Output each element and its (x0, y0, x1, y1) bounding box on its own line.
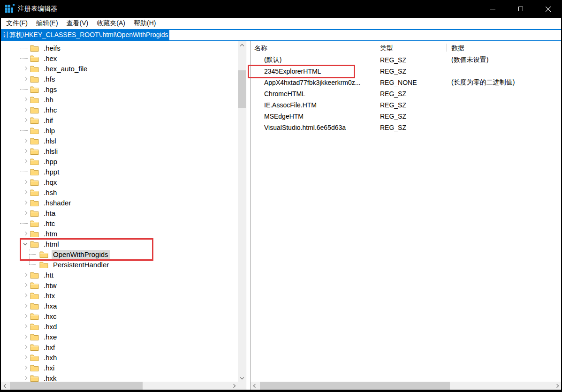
tree-item[interactable]: .htc (1, 218, 238, 228)
value-name-cell[interactable]: ab 011 110 ChromeHTML (251, 90, 376, 98)
tree-item-label[interactable]: .hxa (42, 302, 58, 310)
tree-item[interactable]: .hxe (1, 332, 238, 342)
tree-item[interactable]: OpenWithProgids (1, 249, 238, 259)
tree-item[interactable]: .hppt (1, 166, 238, 177)
value-name-cell[interactable]: ab 011 110 MSEdgeHTM (251, 113, 376, 120)
tree-expander[interactable] (22, 54, 29, 62)
value-name-cell[interactable]: ab 011 110 2345ExplorerHTML (251, 68, 376, 75)
scroll-up-button[interactable] (238, 41, 246, 49)
tree-item[interactable]: .hex (1, 53, 238, 63)
tree-item[interactable]: .htm (1, 228, 238, 239)
tree-item-label[interactable]: .hxh (42, 353, 58, 362)
value-name[interactable]: MSEdgeHTM (264, 113, 304, 120)
column-header-data[interactable]: 数据 (447, 41, 561, 54)
tree-item[interactable]: .hh (1, 94, 238, 105)
tree-item[interactable]: .hxk (1, 373, 238, 382)
tree-item-label[interactable]: .hlsl (42, 136, 58, 145)
tree-expander[interactable] (22, 209, 29, 217)
menu-edit[interactable]: 编辑(E) (32, 19, 62, 28)
tree-item-label[interactable]: .hqx (42, 178, 58, 187)
tree-item[interactable]: .htw (1, 280, 238, 290)
menu-file[interactable]: 文件(F) (2, 19, 32, 28)
tree-item[interactable]: PersistentHandler (1, 259, 238, 270)
tree-expander[interactable] (22, 147, 29, 155)
tree-item-label[interactable]: .hshader (42, 198, 72, 207)
scroll-left-button[interactable] (251, 382, 258, 390)
tree-item[interactable]: .hxc (1, 311, 238, 321)
column-separator[interactable] (446, 44, 447, 52)
tree-item[interactable]: .hfs (1, 74, 238, 84)
registry-app-icon[interactable] (5, 5, 14, 13)
tree-expander[interactable] (22, 312, 29, 320)
tree-expander[interactable] (22, 96, 29, 103)
tree-expander[interactable] (22, 323, 29, 330)
column-header-name[interactable]: 名称 (251, 41, 376, 54)
tree-expander[interactable] (22, 85, 29, 93)
tree-item[interactable]: .hpp (1, 156, 238, 166)
tree-item[interactable]: .hqx (1, 177, 238, 187)
tree-item[interactable]: .hif (1, 115, 238, 125)
tree-expander[interactable] (22, 230, 29, 237)
tree-expander[interactable] (22, 333, 29, 340)
tree-expander[interactable] (22, 240, 29, 248)
tree-expander[interactable] (22, 281, 29, 289)
tree-item-label[interactable]: .hxi (42, 363, 56, 372)
scroll-down-button[interactable] (238, 374, 246, 382)
tree-item[interactable]: .hxa (1, 301, 238, 311)
value-name[interactable]: AppX4hxtad77fbk3jkkeerkrm0z... (264, 79, 360, 86)
value-name[interactable]: 2345ExplorerHTML (264, 68, 321, 75)
horizontal-scroll-thumb[interactable] (260, 382, 450, 390)
tree-expander[interactable] (22, 354, 29, 361)
value-name-cell[interactable]: ab 011 110 AppX4hxtad77fbk3jkkeerkrm0z..… (251, 79, 376, 86)
registry-value-row[interactable]: ab 011 110 2345ExplorerHTML REG_SZ (251, 66, 561, 77)
value-name[interactable]: (默认) (264, 56, 281, 64)
tree-item-label[interactable]: .hex (42, 54, 58, 63)
horizontal-scroll-thumb[interactable] (10, 382, 143, 390)
tree-item-label[interactable]: .hgs (42, 85, 58, 94)
registry-value-row[interactable]: ab 011 110 AppX4hxtad77fbk3jkkeerkrm0z..… (251, 77, 561, 88)
tree-expander[interactable] (22, 271, 29, 279)
tree-expander[interactable] (22, 343, 29, 351)
tree-item[interactable]: .hlp (1, 125, 238, 136)
tree-expander[interactable] (29, 261, 38, 268)
tree-expander[interactable] (22, 44, 29, 52)
value-name-cell[interactable]: ab 011 110 VisualStudio.html.6e65d63a (251, 124, 376, 131)
scroll-right-button[interactable] (553, 382, 561, 390)
tree-item-label[interactable]: .heifs (42, 44, 62, 53)
tree-item-label[interactable]: .hxc (42, 312, 58, 321)
tree-item-label[interactable]: .hfs (42, 75, 56, 83)
tree-item-label[interactable]: .hsh (42, 188, 58, 197)
tree-expander[interactable] (22, 178, 29, 186)
tree-item[interactable]: .html (1, 239, 238, 249)
tree-item-label[interactable]: OpenWithProgids (52, 250, 110, 259)
tree-item[interactable]: .htx (1, 290, 238, 301)
tree-expander[interactable] (22, 302, 29, 309)
tree-item-label[interactable]: .htx (42, 291, 56, 300)
tree-expander[interactable] (22, 65, 29, 72)
tree-vertical-scrollbar[interactable] (238, 41, 246, 382)
tree-item-label[interactable]: .hex_auto_file (42, 64, 89, 73)
tree-expander[interactable] (22, 199, 29, 206)
tree-item-label[interactable]: .hhc (42, 106, 58, 114)
tree-expander[interactable] (22, 219, 29, 227)
value-name[interactable]: ChromeHTML (264, 90, 305, 98)
menu-favorites[interactable]: 收藏夹(A) (92, 19, 129, 28)
tree-item[interactable]: .hta (1, 208, 238, 218)
maximize-button[interactable] (507, 0, 534, 18)
tree-item-label[interactable]: .hxd (42, 322, 58, 331)
tree-item-label[interactable]: PersistentHandler (52, 260, 110, 269)
tree-item[interactable]: .hxf (1, 342, 238, 352)
tree-expander[interactable] (22, 116, 29, 124)
minimize-button[interactable] (479, 0, 507, 18)
column-header-type[interactable]: 类型 (376, 41, 447, 54)
tree-item[interactable]: .hhc (1, 105, 238, 115)
tree-expander[interactable] (22, 188, 29, 196)
tree-item-label[interactable]: .hta (42, 209, 57, 218)
tree-item[interactable]: .hxi (1, 362, 238, 373)
tree-expander[interactable] (22, 374, 29, 382)
address-bar[interactable]: 计算机\HKEY_CLASSES_ROOT\.html\OpenWithProg… (0, 29, 562, 41)
tree-item[interactable]: .hshader (1, 197, 238, 208)
tree-horizontal-scrollbar[interactable] (1, 382, 238, 390)
column-separator[interactable] (376, 44, 376, 52)
value-name-cell[interactable]: ab 011 110 IE.AssocFile.HTM (251, 101, 376, 109)
